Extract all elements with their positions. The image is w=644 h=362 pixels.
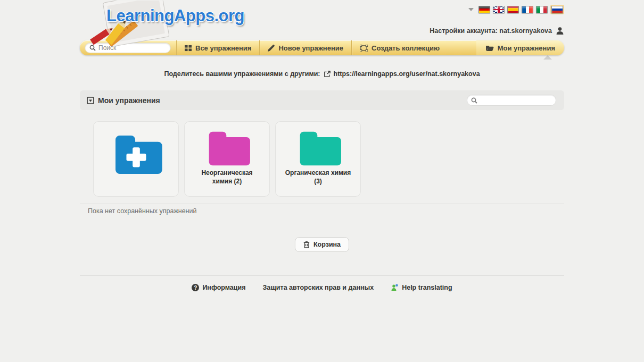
folder-cards: Неорганическая химия (2) Органическая хи… [93,121,361,197]
folder-label: Органическая химия (3) [285,169,351,186]
nav-item-label: Мои упражнения [498,44,555,52]
footer-link-label: Help translating [402,284,452,291]
footer-link-copyright[interactable]: Защита авторских прав и данных [263,284,374,291]
flag-german-icon[interactable] [478,6,490,13]
pencil-icon [268,45,275,52]
folder-card-inorganic-chemistry[interactable]: Неорганическая химия (2) [184,121,270,197]
nav-item-all-exercises[interactable]: Все упражнения [177,40,259,55]
nav-item-create-collection[interactable]: Создать коллекцию [352,40,448,55]
divider [80,275,564,276]
info-icon [192,284,199,291]
trash-button-label: Корзина [313,241,341,248]
flag-french-icon[interactable] [522,6,533,13]
nav-item-new-exercise[interactable]: Новое упражнение [260,40,351,55]
nav-item-my-exercises[interactable]: Мои упражнения [476,40,564,55]
flag-italian-icon[interactable] [536,6,548,13]
flag-english-icon[interactable] [493,6,505,13]
folder-icon [204,131,250,166]
footer: Информация Защита авторских прав и данны… [80,284,564,291]
language-dropdown-caret-icon[interactable] [468,8,474,11]
add-folder-card[interactable] [93,121,179,197]
divider [80,204,564,204]
open-folder-icon [485,45,494,52]
flag-russian-selected[interactable] [550,5,564,14]
search-icon [471,97,477,104]
account-settings[interactable]: Настройки аккаунта: nat.skornyakova [430,27,564,35]
folder-label: Неорганическая химия (2) [201,169,252,186]
trash-icon [303,241,310,248]
filter-exercises-input[interactable] [480,97,549,104]
flag-russian-icon[interactable] [551,6,563,13]
language-selector [468,5,564,14]
footer-link-information[interactable]: Информация [192,284,245,291]
share-url[interactable]: https://learningapps.org/user/nat.skorny… [334,70,480,78]
share-bar: Поделитесь вашими упражнениями с другими… [80,70,564,78]
flag-spanish-icon[interactable] [507,6,519,13]
section-search [467,95,556,106]
learningapps-page: LearningApps.org Настройки аккаунта: nat… [0,0,644,362]
collection-icon [360,45,368,52]
share-label: Поделитесь вашими упражнениями с другими… [164,70,320,78]
folder-card-organic-chemistry[interactable]: Органическая химия (3) [275,121,361,197]
section-title-wrap[interactable]: Мои упражнения [87,96,160,105]
logo-text[interactable]: LearningApps.org [106,6,244,26]
section-title: Мои упражнения [98,96,160,105]
collapse-icon[interactable] [87,97,94,104]
user-icon [556,27,564,35]
nav-item-label: Создать коллекцию [371,44,440,52]
footer-link-help-translating[interactable]: Help translating [391,284,452,291]
account-settings-label: Настройки аккаунта: nat.skornyakova [430,27,552,35]
active-tab-arrow-icon [543,55,552,60]
nav-item-label: Все упражнения [195,44,251,52]
grid-icon [185,45,192,52]
my-exercises-section-bar: Мои упражнения [80,90,564,110]
empty-message: Пока нет сохранённых упражнений [88,207,196,215]
external-link-icon [324,71,331,78]
add-folder-icon [110,134,162,175]
trash-button[interactable]: Корзина [295,237,349,252]
translate-person-icon [391,284,399,291]
folder-icon [295,131,341,166]
nav-item-label: Новое упражнение [278,44,343,52]
footer-link-label: Информация [202,284,245,291]
footer-link-label: Защита авторских прав и данных [263,284,374,291]
